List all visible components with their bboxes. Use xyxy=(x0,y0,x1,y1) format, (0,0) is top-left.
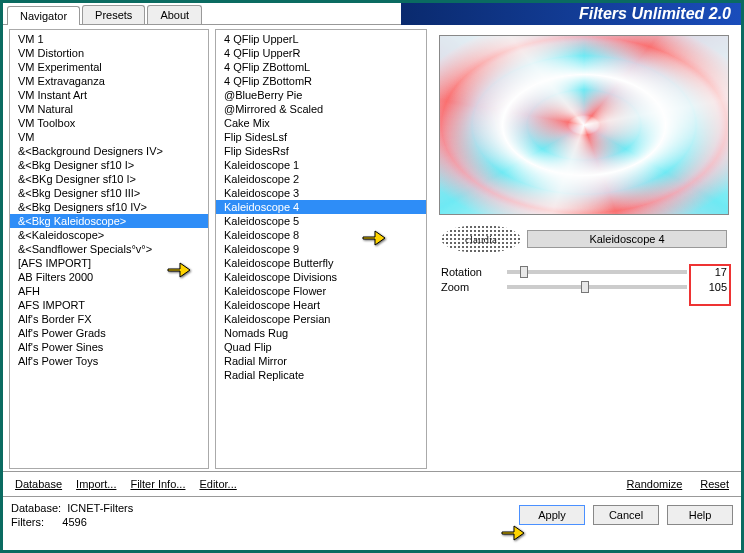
list-item[interactable]: Radial Mirror xyxy=(216,354,426,368)
help-button[interactable]: Help xyxy=(667,505,733,525)
filter-list[interactable]: 4 QFlip UpperL4 QFlip UpperR4 QFlip ZBot… xyxy=(215,29,427,469)
list-item[interactable]: Kaleidoscope 1 xyxy=(216,158,426,172)
list-item[interactable]: &<Kaleidoscope> xyxy=(10,228,208,242)
author-stamp: claudia xyxy=(441,225,521,253)
list-item[interactable]: 4 QFlip ZBottomR xyxy=(216,74,426,88)
list-item[interactable]: VM Natural xyxy=(10,102,208,116)
list-item[interactable]: Kaleidoscope 4 xyxy=(216,200,426,214)
list-item[interactable]: Alf's Power Grads xyxy=(10,326,208,340)
parameters-panel: Rotation17Zoom105 xyxy=(441,263,727,296)
list-item[interactable]: [AFS IMPORT] xyxy=(10,256,208,270)
list-item[interactable]: Flip SidesLsf xyxy=(216,130,426,144)
list-item[interactable]: Kaleidoscope 9 xyxy=(216,242,426,256)
list-item[interactable]: @Mirrored & Scaled xyxy=(216,102,426,116)
list-item[interactable]: VM Instant Art xyxy=(10,88,208,102)
list-item[interactable]: Radial Replicate xyxy=(216,368,426,382)
tab-navigator[interactable]: Navigator xyxy=(7,6,80,25)
list-item[interactable]: VM Distortion xyxy=(10,46,208,60)
list-item[interactable]: @BlueBerry Pie xyxy=(216,88,426,102)
value-highlight-annotation xyxy=(689,264,731,306)
list-item[interactable]: VM Extravaganza xyxy=(10,74,208,88)
randomize-button[interactable]: Randomize xyxy=(627,478,683,490)
param-label: Rotation xyxy=(441,266,501,278)
list-item[interactable]: 4 QFlip UpperR xyxy=(216,46,426,60)
category-list[interactable]: VM 1VM DistortionVM ExperimentalVM Extra… xyxy=(9,29,209,469)
list-item[interactable]: Kaleidoscope 3 xyxy=(216,186,426,200)
list-item[interactable]: VM xyxy=(10,130,208,144)
list-item[interactable]: 4 QFlip ZBottomL xyxy=(216,60,426,74)
list-item[interactable]: AFS IMPORT xyxy=(10,298,208,312)
param-slider[interactable] xyxy=(507,270,687,274)
list-item[interactable]: Kaleidoscope Heart xyxy=(216,298,426,312)
list-item[interactable]: &<BKg Designer sf10 I> xyxy=(10,172,208,186)
list-item[interactable]: Kaleidoscope 8 xyxy=(216,228,426,242)
list-item[interactable]: Cake Mix xyxy=(216,116,426,130)
list-item[interactable]: VM 1 xyxy=(10,32,208,46)
cancel-button[interactable]: Cancel xyxy=(593,505,659,525)
list-item[interactable]: Kaleidoscope Flower xyxy=(216,284,426,298)
selected-filter-name: Kaleidoscope 4 xyxy=(527,230,727,248)
list-item[interactable]: Kaleidoscope Divisions xyxy=(216,270,426,284)
tab-presets[interactable]: Presets xyxy=(82,5,145,24)
list-item[interactable]: AFH xyxy=(10,284,208,298)
list-item[interactable]: Alf's Border FX xyxy=(10,312,208,326)
footer-info: Database: ICNET-Filters Filters: 4596 xyxy=(11,501,133,529)
list-item[interactable]: &<Bkg Designer sf10 I> xyxy=(10,158,208,172)
list-item[interactable]: Alf's Power Sines xyxy=(10,340,208,354)
editor-button[interactable]: Editor... xyxy=(199,478,236,490)
import-button[interactable]: Import... xyxy=(76,478,116,490)
list-item[interactable]: Kaleidoscope 2 xyxy=(216,172,426,186)
list-item[interactable]: &<Bkg Designers sf10 IV> xyxy=(10,200,208,214)
list-item[interactable]: Quad Flip xyxy=(216,340,426,354)
brand-title: Filters Unlimited 2.0 xyxy=(401,3,741,25)
list-item[interactable]: Kaleidoscope Butterfly xyxy=(216,256,426,270)
list-item[interactable]: &<Background Designers IV> xyxy=(10,144,208,158)
database-button[interactable]: Database xyxy=(15,478,62,490)
list-item[interactable]: Nomads Rug xyxy=(216,326,426,340)
list-item[interactable]: Alf's Power Toys xyxy=(10,354,208,368)
list-item[interactable]: VM Toolbox xyxy=(10,116,208,130)
param-slider[interactable] xyxy=(507,285,687,289)
list-item[interactable]: 4 QFlip UpperL xyxy=(216,32,426,46)
list-item[interactable]: &<Bkg Designer sf10 III> xyxy=(10,186,208,200)
tab-about[interactable]: About xyxy=(147,5,202,24)
preview-image xyxy=(439,35,729,215)
list-item[interactable]: AB Filters 2000 xyxy=(10,270,208,284)
list-item[interactable]: Flip SidesRsf xyxy=(216,144,426,158)
list-item[interactable]: Kaleidoscope Persian xyxy=(216,312,426,326)
reset-button[interactable]: Reset xyxy=(700,478,729,490)
list-item[interactable]: Kaleidoscope 5 xyxy=(216,214,426,228)
filter-info-button[interactable]: Filter Info... xyxy=(130,478,185,490)
apply-button[interactable]: Apply xyxy=(519,505,585,525)
list-item[interactable]: VM Experimental xyxy=(10,60,208,74)
param-label: Zoom xyxy=(441,281,501,293)
list-item[interactable]: &<Bkg Kaleidoscope> xyxy=(10,214,208,228)
list-item[interactable]: &<Sandflower Specials°v°> xyxy=(10,242,208,256)
